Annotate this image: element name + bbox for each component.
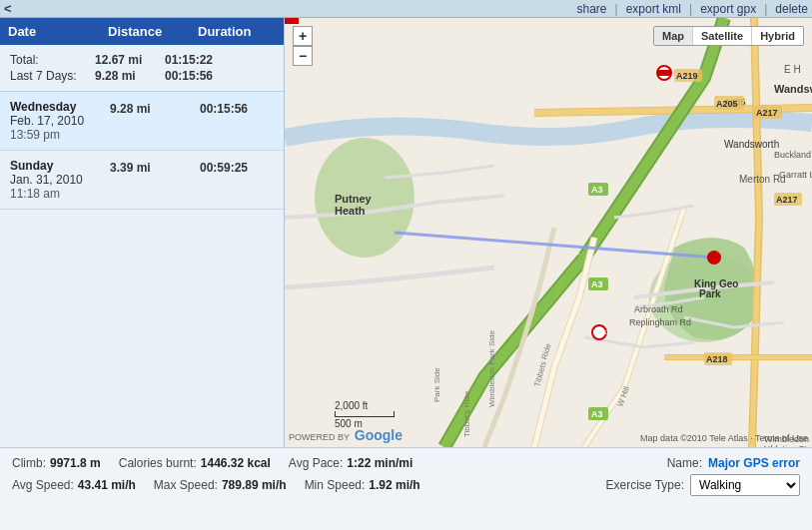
map-container: A205 A205 A217 A3 A3 A3 A219 A218 A217 bbox=[285, 18, 812, 447]
activities-list: Wednesday Feb. 17, 2010 13:59 pm 9.28 mi… bbox=[0, 92, 284, 210]
sidebar-header: Date Distance Duration bbox=[0, 18, 284, 45]
svg-text:A217: A217 bbox=[776, 195, 798, 205]
activity-time: 11:18 am bbox=[10, 187, 110, 201]
export-kml-link[interactable]: export kml bbox=[626, 2, 681, 16]
activity-distance: 3.39 mi bbox=[110, 159, 200, 175]
avg-pace-stat: Avg Pace: 1:22 min/mi bbox=[289, 456, 413, 470]
sidebar: Date Distance Duration Total: 12.67 mi 0… bbox=[0, 18, 285, 447]
svg-text:A218: A218 bbox=[706, 354, 728, 364]
header-distance: Distance bbox=[108, 24, 198, 39]
sep2: | bbox=[689, 2, 692, 16]
calories-value: 1446.32 kcal bbox=[201, 456, 271, 470]
avg-speed-value: 43.41 mi/h bbox=[78, 478, 136, 492]
sep1: | bbox=[615, 2, 618, 16]
avg-pace-label: Avg Pace: bbox=[289, 456, 343, 470]
climb-value: 9971.8 m bbox=[50, 456, 101, 470]
sidebar-totals: Total: 12.67 mi 01:15:22 Last 7 Days: 9.… bbox=[0, 45, 284, 92]
stats-bar: Climb: 9971.8 m Calories burnt: 1446.32 … bbox=[0, 447, 812, 530]
map-zoom-controls: + − bbox=[293, 26, 313, 66]
exercise-label: Exercise Type: bbox=[606, 478, 684, 492]
back-button[interactable]: < bbox=[4, 1, 12, 16]
max-speed-label: Max Speed: bbox=[154, 478, 218, 492]
map-type-controls: Map Satellite Hybrid bbox=[653, 26, 804, 46]
svg-text:Park Side: Park Side bbox=[432, 367, 441, 402]
name-value-link[interactable]: Major GPS error bbox=[708, 456, 800, 470]
name-group: Name: Major GPS error bbox=[667, 456, 800, 470]
last7-label: Last 7 Days: bbox=[10, 69, 95, 83]
powered-by-text: POWERED BY bbox=[289, 432, 350, 442]
top-nav: < share | export kml | export gpx | dele… bbox=[0, 0, 812, 18]
svg-text:Arbroath Rd: Arbroath Rd bbox=[634, 304, 683, 314]
activity-time: 13:59 pm bbox=[10, 128, 110, 142]
svg-text:TUBE: TUBE bbox=[593, 329, 607, 335]
main-area: Date Distance Duration Total: 12.67 mi 0… bbox=[0, 18, 812, 447]
activity-item[interactable]: Sunday Jan. 31, 2010 11:18 am 3.39 mi 00… bbox=[0, 151, 284, 210]
map-type-hybrid[interactable]: Hybrid bbox=[752, 27, 803, 45]
svg-text:A3: A3 bbox=[591, 279, 603, 289]
svg-point-46 bbox=[707, 251, 721, 265]
svg-text:Tibbet's Ride: Tibbet's Ride bbox=[462, 390, 471, 437]
stats-row-2: Avg Speed: 43.41 mi/h Max Speed: 789.89 … bbox=[12, 474, 800, 496]
svg-text:A3: A3 bbox=[591, 409, 603, 419]
calories-label: Calories burnt: bbox=[119, 456, 197, 470]
max-speed-stat: Max Speed: 789.89 mi/h bbox=[154, 478, 287, 492]
top-nav-actions: share | export kml | export gpx | delete bbox=[576, 2, 808, 16]
activity-item[interactable]: Wednesday Feb. 17, 2010 13:59 pm 9.28 mi… bbox=[0, 92, 284, 151]
avg-speed-label: Avg Speed: bbox=[12, 478, 74, 492]
map-credits: Map data ©2010 Tele Atlas · Terms of Use bbox=[640, 432, 808, 443]
activity-duration: 00:59:25 bbox=[200, 159, 248, 175]
calories-stat: Calories burnt: 1446.32 kcal bbox=[119, 456, 271, 470]
header-date: Date bbox=[8, 24, 108, 39]
min-speed-value: 1.92 mi/h bbox=[369, 478, 419, 492]
svg-text:Park: Park bbox=[699, 288, 721, 299]
zoom-in-button[interactable]: + bbox=[293, 26, 313, 46]
exercise-select[interactable]: WalkingRunningCyclingSwimmingOther bbox=[690, 474, 800, 496]
delete-link[interactable]: delete bbox=[775, 2, 808, 16]
activity-day: Sunday bbox=[10, 159, 110, 173]
total-label: Total: bbox=[10, 53, 95, 67]
scale-bar: 2,000 ft 500 m bbox=[335, 400, 395, 429]
credits-text: Map data ©2010 Tele Atlas · Terms of Use bbox=[640, 433, 808, 443]
stats-row-1: Climb: 9971.8 m Calories burnt: 1446.32 … bbox=[12, 456, 800, 470]
svg-text:Wandsworth: Wandsworth bbox=[774, 83, 812, 95]
svg-text:Heath: Heath bbox=[335, 205, 366, 217]
scale-line bbox=[335, 411, 395, 417]
svg-text:A3: A3 bbox=[591, 185, 603, 195]
share-link[interactable]: share bbox=[576, 2, 606, 16]
zoom-out-button[interactable]: − bbox=[293, 46, 313, 66]
svg-rect-25 bbox=[657, 70, 671, 76]
map-footer: POWERED BY Google bbox=[289, 427, 403, 443]
svg-text:Wandsworth: Wandsworth bbox=[724, 139, 779, 150]
min-speed-stat: Min Speed: 1.92 mi/h bbox=[305, 478, 420, 492]
min-speed-label: Min Speed: bbox=[305, 478, 366, 492]
map-type-map[interactable]: Map bbox=[654, 27, 693, 45]
export-gpx-link[interactable]: export gpx bbox=[700, 2, 756, 16]
svg-text:A219: A219 bbox=[676, 71, 698, 81]
svg-rect-22 bbox=[285, 18, 299, 24]
max-speed-value: 789.89 mi/h bbox=[222, 478, 287, 492]
activity-date: Feb. 17, 2010 bbox=[10, 114, 110, 128]
map-type-satellite[interactable]: Satellite bbox=[693, 27, 752, 45]
svg-text:Athletics Stadi: Athletics Stadi bbox=[762, 444, 812, 447]
svg-text:E H: E H bbox=[784, 64, 801, 75]
activity-day: Wednesday bbox=[10, 100, 110, 114]
activity-duration: 00:15:56 bbox=[200, 100, 248, 116]
sep3: | bbox=[764, 2, 767, 16]
total-duration: 01:15:22 bbox=[165, 53, 213, 67]
total-distance: 12.67 mi bbox=[95, 53, 165, 67]
last7-duration: 00:15:56 bbox=[165, 69, 213, 83]
map-svg: A205 A205 A217 A3 A3 A3 A219 A218 A217 bbox=[285, 18, 812, 447]
svg-text:Replingham Rd: Replingham Rd bbox=[629, 317, 691, 327]
activity-distance: 9.28 mi bbox=[110, 100, 200, 116]
google-text: Google bbox=[355, 427, 403, 443]
header-duration: Duration bbox=[198, 24, 276, 39]
climb-stat: Climb: 9971.8 m bbox=[12, 456, 101, 470]
avg-pace-value: 1:22 min/mi bbox=[347, 456, 412, 470]
name-label: Name: bbox=[667, 456, 702, 470]
svg-text:Garratt Ln: Garratt Ln bbox=[779, 170, 812, 180]
exercise-group: Exercise Type: WalkingRunningCyclingSwim… bbox=[606, 474, 800, 496]
svg-text:A217: A217 bbox=[756, 108, 778, 118]
svg-text:A205: A205 bbox=[716, 99, 738, 109]
svg-text:Buckland Rd: Buckland Rd bbox=[774, 150, 812, 160]
last7-distance: 9.28 mi bbox=[95, 69, 165, 83]
